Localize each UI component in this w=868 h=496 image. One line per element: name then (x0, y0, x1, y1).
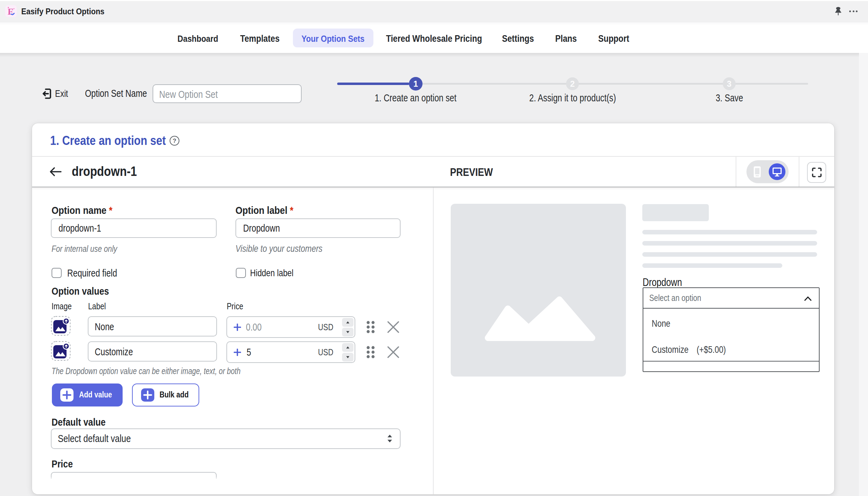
svg-text:E: E (8, 7, 14, 17)
